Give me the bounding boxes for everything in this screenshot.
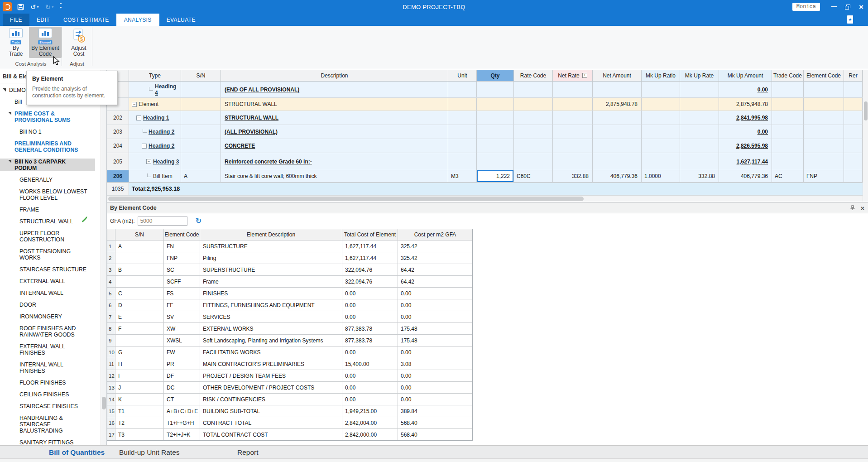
cell-net_amount[interactable]	[593, 111, 642, 125]
cell-mkup_amount[interactable]: 2,875,948.78	[719, 98, 772, 111]
cell-desc[interactable]: STRUCTURAL WALL	[221, 111, 448, 125]
cell-trade_code[interactable]: AC	[772, 170, 804, 182]
cell-mkup_rate[interactable]	[680, 125, 719, 139]
column-header-unit[interactable]: Unit	[448, 70, 477, 82]
sidebar-item-preliminaries-and-general-conditions[interactable]: PRELIMINARIES AND GENERAL CONDITIONS	[0, 140, 95, 153]
cell[interactable]: DC	[164, 382, 200, 393]
column-header-element-description[interactable]: Element Description	[200, 229, 342, 240]
element-table-row[interactable]: 12IDFPROJECT / DESIGN TEAM FEES0.000.00	[107, 370, 472, 382]
element-table-row[interactable]: 5CFSFINISHES0.000.00	[107, 288, 472, 299]
cell-unit[interactable]	[448, 82, 477, 97]
cell-mkup_amount[interactable]: 2,826,595.98	[719, 139, 772, 153]
cell[interactable]	[115, 335, 164, 346]
cell[interactable]: SC	[164, 264, 200, 275]
column-header-mkup_ratio[interactable]: Mk Up Ratio	[642, 70, 680, 82]
cell[interactable]: FF	[164, 299, 200, 311]
cell[interactable]: SCFF	[164, 276, 200, 287]
grid-hscroll-thumb[interactable]	[108, 197, 584, 201]
cell[interactable]: BUILDING SUB-TOTAL	[200, 405, 342, 417]
column-header-sn[interactable]: S/N	[181, 70, 221, 82]
cell-unit[interactable]	[448, 98, 477, 111]
cell[interactable]: 568.40	[398, 429, 472, 440]
cell[interactable]: 0.00	[398, 394, 472, 405]
cell[interactable]: CONTRACT TOTAL	[200, 417, 342, 428]
cell[interactable]: 0.00	[398, 346, 472, 358]
element-table-row[interactable]: 3BSCSUPERSTRUCTURE322,094.7664.42	[107, 264, 472, 276]
cell[interactable]: PROJECT / DESIGN TEAM FEES	[200, 370, 342, 381]
cell-trade_code[interactable]	[772, 125, 804, 139]
cell-gutter[interactable]: 206	[107, 170, 129, 182]
cell[interactable]: C	[115, 288, 164, 299]
cell-rem[interactable]	[844, 98, 863, 111]
cell[interactable]: 10	[107, 346, 115, 358]
cell-mkup_amount[interactable]: 406,779.36	[719, 170, 772, 182]
cell[interactable]: 1,627,117.44	[342, 252, 398, 264]
sidebar-item-ironmongery[interactable]: IRONMONGERY	[0, 313, 95, 320]
cell[interactable]: Frame	[200, 276, 342, 287]
bottom-tab-bill-of-quantities[interactable]: Bill of Quantities	[49, 448, 105, 457]
cell-sn[interactable]	[181, 153, 221, 170]
element-table-row[interactable]: 14KCTRISK / CONTINGENCIES0.000.00	[107, 394, 472, 405]
column-header-trade_code[interactable]: Trade Code	[772, 70, 804, 82]
cell[interactable]: 0.00	[398, 311, 472, 322]
cell-trade_code[interactable]	[772, 82, 804, 97]
cell[interactable]: SUBSTRUCTURE	[200, 241, 342, 252]
cell[interactable]: 4	[107, 276, 115, 287]
sidebar-item-staircase-finishes[interactable]: STAIRCASE FINISHES	[0, 403, 95, 409]
cell[interactable]: FN	[164, 241, 200, 252]
expand-column-icon[interactable]: +	[582, 73, 587, 78]
cell-type[interactable]: −Heading 2	[129, 139, 181, 153]
cell[interactable]: K	[115, 394, 164, 405]
cell-desc[interactable]: STRUCTURAL WALL	[221, 98, 448, 111]
cell[interactable]: 0.00	[342, 382, 398, 393]
cell[interactable]: 0.00	[342, 346, 398, 358]
cell[interactable]: 17	[107, 429, 115, 440]
cell[interactable]: PR	[164, 358, 200, 370]
cell-mkup_ratio[interactable]	[642, 125, 680, 139]
cell[interactable]: 322,094.76	[342, 264, 398, 275]
element-table-row[interactable]: 17T3T2+I+J+KTOTAL CONTRACT COST2,842,000…	[107, 429, 472, 440]
cell[interactable]: 7	[107, 311, 115, 322]
cell-type[interactable]: Heading 2	[129, 125, 181, 139]
cell-net_amount[interactable]	[593, 139, 642, 153]
column-header-rem[interactable]: Rer	[844, 70, 863, 82]
cell[interactable]: 568.40	[398, 417, 472, 428]
cell-net_rate[interactable]	[553, 125, 593, 139]
cell[interactable]	[115, 252, 164, 264]
collapse-icon[interactable]: −	[142, 144, 147, 149]
cell-unit[interactable]	[448, 139, 477, 153]
grid-vscroll-thumb[interactable]	[864, 101, 868, 120]
expand-arrow-icon[interactable]	[8, 160, 11, 163]
grid-row[interactable]: 204−Heading 2CONCRETE2,826,595.98	[107, 139, 863, 153]
sidebar-item-floor-finishes[interactable]: FLOOR FINISHES	[0, 380, 95, 386]
cell-mkup_ratio[interactable]: 1.0000	[642, 170, 680, 182]
cell-net_amount[interactable]	[593, 82, 642, 97]
cell[interactable]: EXTERNAL WORKS	[200, 323, 342, 334]
cell[interactable]: 2,842,004.00	[342, 417, 398, 428]
cell[interactable]: T1	[115, 405, 164, 417]
cell-element_code[interactable]: FNP	[804, 170, 844, 182]
cell[interactable]: 0.00	[398, 382, 472, 393]
grid-row[interactable]: 206Bill ItemAStair core & lift core wall…	[107, 170, 863, 183]
tab-edit[interactable]: EDIT	[30, 14, 56, 26]
sidebar-item-bill-no-1[interactable]: Bill NO 1	[0, 129, 95, 135]
cell-net_rate[interactable]	[553, 111, 593, 125]
column-header-total-cost-of-element[interactable]: Total Cost of Element	[342, 229, 398, 240]
sidebar-item-internal-wall-finishes[interactable]: INTERNAL WALL FINISHES	[0, 361, 95, 374]
cell[interactable]: 64.42	[398, 276, 472, 287]
sidebar-item-bill-no-3-carpark-podium[interactable]: Bill No 3 CARPARK PODIUM	[0, 159, 95, 171]
cell[interactable]: T2+I+J+K	[164, 429, 200, 440]
cell[interactable]: 13	[107, 382, 115, 393]
cell-element_code[interactable]	[804, 153, 844, 170]
cell[interactable]: 5	[107, 288, 115, 299]
cell[interactable]: 9	[107, 335, 115, 346]
element-table-row[interactable]: 7ESVSERVICES0.000.00	[107, 311, 472, 323]
cell-rem[interactable]	[844, 82, 863, 97]
bookmark-icon[interactable]: ★	[847, 15, 853, 24]
cell-rem[interactable]	[844, 139, 863, 153]
cell-unit[interactable]	[448, 153, 477, 170]
sidebar-item-works-below-lowest-floor-level[interactable]: WORKS BELOW LOWEST FLOOR LEVEL	[0, 188, 95, 201]
cell[interactable]: 8	[107, 323, 115, 334]
sidebar-item-sanitary-fittings[interactable]: SANITARY FITTINGS	[0, 439, 95, 445]
sidebar-item-handrailing-staircase-balustrading[interactable]: HANDRAILING & STAIRCASE BALUSTRADING	[0, 415, 95, 434]
